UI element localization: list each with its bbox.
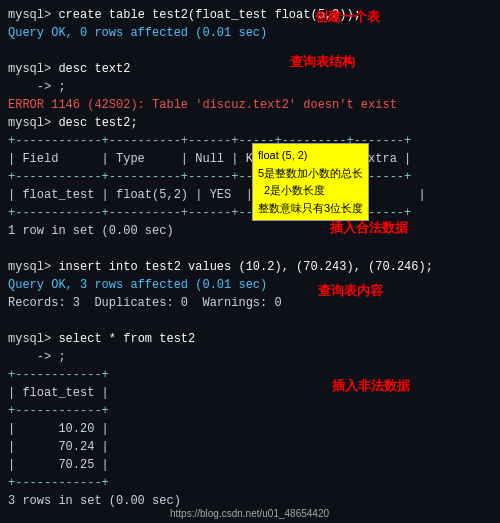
line-insert-ok: Query OK, 3 rows affected (0.01 sec) — [8, 276, 492, 294]
res-border-1: +------------+ — [8, 366, 492, 384]
line-records: Records: 3 Duplicates: 0 Warnings: 0 — [8, 294, 492, 312]
table-row-float: | float_test | float(5,2) | YES | | NULL… — [8, 186, 492, 204]
res-border-2: +------------+ — [8, 402, 492, 420]
blank-3 — [8, 312, 492, 330]
table-border-1: +------------+----------+------+-----+--… — [8, 132, 492, 150]
res-row-3: | 70.25 | — [8, 456, 492, 474]
annotation-illegal: 插入非法数据 — [332, 377, 410, 395]
table-border-3: +------------+----------+------+-----+--… — [8, 204, 492, 222]
terminal: mysql> create table test2(float_test flo… — [0, 0, 500, 523]
table-border-2: +------------+----------+------+-----+--… — [8, 168, 492, 186]
res-row-1: | 10.20 | — [8, 420, 492, 438]
line-2: Query OK, 0 rows affected (0.01 sec) — [8, 24, 492, 42]
annotation-select: 查询表内容 — [318, 282, 383, 300]
line-4: mysql> desc text2 — [8, 60, 492, 78]
annotation-float: float (5, 2) 5是整数加小数的总长 2是小数长度 整数意味只有3位长… — [252, 143, 369, 221]
annotation-create-table: 创建一个表 — [315, 8, 380, 26]
annotation-desc: 查询表结构 — [290, 53, 355, 71]
table-header: | Field | Type | Null | Key | Default | … — [8, 150, 492, 168]
res-border-3: +------------+ — [8, 474, 492, 492]
line-insert: mysql> insert into test2 values (10.2), … — [8, 258, 492, 276]
line-1: mysql> create table test2(float_test flo… — [8, 6, 492, 24]
line-5: -> ; — [8, 78, 492, 96]
line-7: mysql> desc test2; — [8, 114, 492, 132]
row-count-1: 1 row in set (0.00 sec) — [8, 222, 492, 240]
line-6: ERROR 1146 (42S02): Table 'discuz.text2'… — [8, 96, 492, 114]
watermark: https://blog.csdn.net/u01_48654420 — [170, 508, 329, 519]
blank-2 — [8, 240, 492, 258]
res-header: | float_test | — [8, 384, 492, 402]
line-cont: -> ; — [8, 348, 492, 366]
line-3 — [8, 42, 492, 60]
annotation-insert: 插入合法数据 — [330, 219, 408, 237]
res-row-2: | 70.24 | — [8, 438, 492, 456]
line-select: mysql> select * from test2 — [8, 330, 492, 348]
